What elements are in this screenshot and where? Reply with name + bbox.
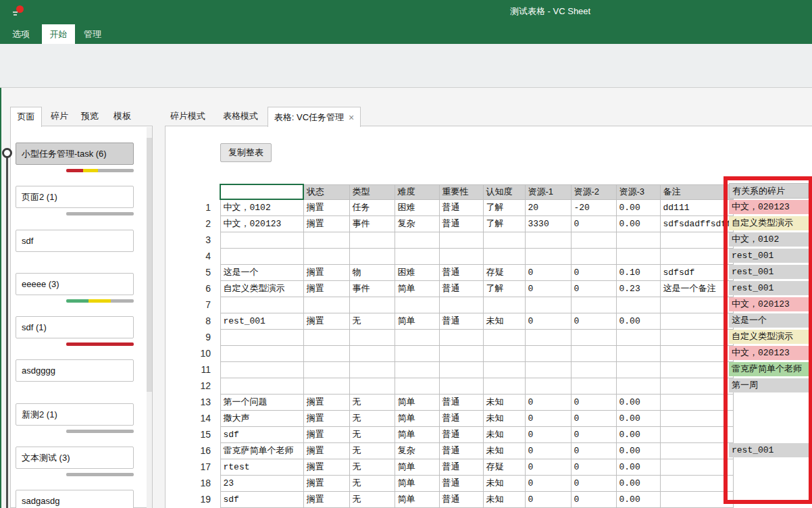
sidebar-page-item[interactable]: 文本测试 (3) bbox=[16, 447, 134, 469]
table-cell[interactable] bbox=[349, 248, 395, 264]
table-cell[interactable] bbox=[395, 378, 439, 394]
row-number[interactable]: 19 bbox=[181, 491, 211, 507]
row-number[interactable]: 18 bbox=[181, 475, 211, 491]
table-cell[interactable]: 了解 bbox=[483, 199, 525, 215]
doc-tab-fragment-mode[interactable]: 碎片模式 bbox=[170, 110, 205, 122]
related-fragment-chip[interactable]: 自定义类型演示 bbox=[729, 330, 809, 344]
table-cell[interactable]: 普通 bbox=[439, 215, 483, 232]
related-fragment-chip[interactable]: rest_001 bbox=[729, 281, 809, 295]
table-cell[interactable] bbox=[660, 361, 733, 378]
table-cell[interactable]: 普通 bbox=[439, 410, 483, 426]
table-cell[interactable] bbox=[571, 345, 616, 361]
table-cell[interactable]: 复杂 bbox=[395, 215, 439, 232]
table-cell[interactable]: 3330 bbox=[525, 215, 571, 232]
table-cell[interactable] bbox=[660, 491, 733, 507]
table-cell[interactable]: 搁置 bbox=[303, 199, 349, 215]
table-cell[interactable] bbox=[525, 232, 571, 248]
table-cell[interactable]: 简单 bbox=[395, 426, 439, 442]
row-number[interactable]: 4 bbox=[181, 248, 211, 264]
table-cell[interactable] bbox=[483, 345, 525, 361]
row-number[interactable]: 14 bbox=[181, 410, 211, 426]
table-cell[interactable]: 事件 bbox=[349, 215, 395, 232]
table-cell[interactable] bbox=[660, 410, 733, 426]
table-cell[interactable] bbox=[660, 345, 733, 361]
table-cell[interactable]: 这是一个 bbox=[220, 264, 303, 280]
table-cell[interactable] bbox=[439, 248, 483, 264]
table-cell[interactable]: 雷克萨简单个老师 bbox=[220, 442, 303, 459]
table-cell[interactable]: sdf bbox=[220, 491, 303, 507]
table-cell[interactable]: 0.00 bbox=[616, 410, 660, 426]
table-cell[interactable]: 20 bbox=[525, 199, 571, 215]
table-cell[interactable] bbox=[439, 329, 483, 345]
column-header[interactable]: 备注 bbox=[660, 184, 733, 199]
table-cell[interactable] bbox=[660, 313, 733, 329]
table-cell[interactable] bbox=[349, 297, 395, 313]
sidebar-page-item[interactable]: 页面2 (1) bbox=[16, 186, 134, 208]
table-cell[interactable] bbox=[220, 345, 303, 361]
table-cell[interactable]: 未知 bbox=[483, 491, 525, 507]
table-cell[interactable] bbox=[571, 378, 616, 394]
column-header[interactable]: 重要性 bbox=[439, 184, 483, 199]
table-cell[interactable] bbox=[483, 297, 525, 313]
table-cell[interactable]: 0 bbox=[525, 264, 571, 280]
table-cell[interactable] bbox=[220, 329, 303, 345]
table-cell[interactable]: 搁置 bbox=[303, 215, 349, 232]
table-cell[interactable]: 这是一个备注 bbox=[660, 280, 733, 297]
table-cell[interactable] bbox=[525, 329, 571, 345]
table-cell[interactable]: 0 bbox=[525, 410, 571, 426]
table-cell[interactable]: 0 bbox=[525, 459, 571, 475]
sidebar-page-item[interactable]: eeeee (3) bbox=[16, 273, 134, 295]
table-cell[interactable]: 中文，0102 bbox=[220, 199, 303, 215]
related-fragment-chip[interactable]: 中文，020123 bbox=[729, 200, 809, 214]
table-cell[interactable] bbox=[483, 248, 525, 264]
sidebar-tab-pages[interactable]: 页面 bbox=[10, 107, 42, 127]
table-cell[interactable] bbox=[303, 378, 349, 394]
table-cell[interactable]: 自定义类型演示 bbox=[220, 280, 303, 297]
table-cell[interactable]: 未知 bbox=[483, 475, 525, 491]
row-number[interactable]: 9 bbox=[181, 329, 211, 345]
table-cell[interactable]: 搁置 bbox=[303, 491, 349, 507]
table-cell[interactable]: 0.00 bbox=[616, 199, 660, 215]
table-cell[interactable]: 任务 bbox=[349, 199, 395, 215]
table-cell[interactable] bbox=[660, 394, 733, 410]
table-cell[interactable]: 0 bbox=[571, 442, 616, 459]
table-cell[interactable]: 0.00 bbox=[616, 426, 660, 442]
table-cell[interactable] bbox=[349, 378, 395, 394]
sidebar-tab-fragments[interactable]: 碎片 bbox=[51, 110, 68, 122]
table-cell[interactable] bbox=[660, 442, 733, 459]
table-cell[interactable]: 无 bbox=[349, 491, 395, 507]
table-cell[interactable] bbox=[439, 345, 483, 361]
table-cell[interactable]: sdf bbox=[220, 426, 303, 442]
table-cell[interactable]: 0 bbox=[525, 313, 571, 329]
table-cell[interactable] bbox=[660, 475, 733, 491]
column-header[interactable]: 难度 bbox=[395, 184, 439, 199]
table-cell[interactable]: 无 bbox=[349, 442, 395, 459]
table-cell[interactable]: 搁置 bbox=[303, 394, 349, 410]
column-header[interactable]: 资源-1 bbox=[525, 184, 571, 199]
table-cell[interactable] bbox=[303, 345, 349, 361]
table-cell[interactable]: 搁置 bbox=[303, 475, 349, 491]
row-number[interactable]: 12 bbox=[181, 378, 211, 394]
table-cell[interactable]: 搁置 bbox=[303, 459, 349, 475]
table-cell[interactable]: rtest bbox=[220, 459, 303, 475]
table-cell[interactable]: 困难 bbox=[395, 199, 439, 215]
table-cell[interactable]: 未知 bbox=[483, 410, 525, 426]
table-cell[interactable]: 普通 bbox=[439, 280, 483, 297]
sidebar-page-item[interactable]: 小型任务管理-task (6) bbox=[16, 143, 134, 165]
table-cell[interactable] bbox=[395, 361, 439, 378]
table-cell[interactable]: 搁置 bbox=[303, 264, 349, 280]
related-fragment-chip[interactable]: 中文，020123 bbox=[729, 346, 809, 360]
table-cell[interactable]: 简单 bbox=[395, 313, 439, 329]
table-cell[interactable]: 无 bbox=[349, 459, 395, 475]
table-cell[interactable] bbox=[349, 329, 395, 345]
table-cell[interactable] bbox=[439, 232, 483, 248]
table-cell[interactable]: 搁置 bbox=[303, 426, 349, 442]
doc-tab-table-mode[interactable]: 表格模式 bbox=[223, 110, 258, 122]
table-cell[interactable]: 简单 bbox=[395, 394, 439, 410]
table-cell[interactable]: 普通 bbox=[439, 459, 483, 475]
table-cell[interactable] bbox=[616, 248, 660, 264]
table-cell[interactable] bbox=[525, 248, 571, 264]
sidebar-page-item[interactable]: sadgasdg bbox=[16, 490, 134, 508]
table-cell[interactable]: 普通 bbox=[439, 394, 483, 410]
table-cell[interactable]: 无 bbox=[349, 410, 395, 426]
